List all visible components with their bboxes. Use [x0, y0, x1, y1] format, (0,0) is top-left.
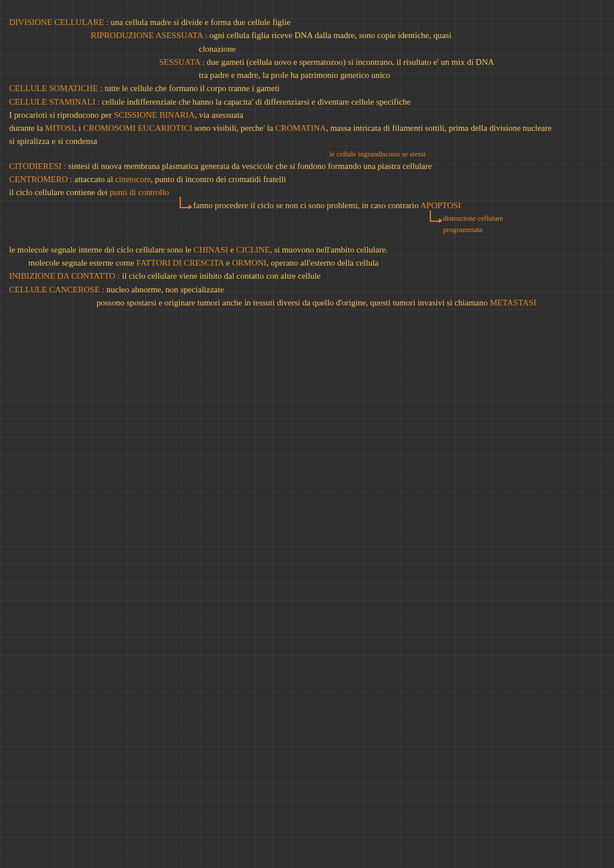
term-cinetocore: cinetocore [115, 175, 151, 184]
text: si spiralizza e si condensa [9, 137, 97, 146]
annotation: distruzione cellulare [443, 214, 503, 222]
line-9: durante la MITOSI, i CROMOSOMI EUCARIOTI… [9, 122, 607, 135]
line-7: CELLULE STAMINALI : cellule indifferenzi… [9, 96, 607, 109]
line-3: clonazione [9, 43, 607, 56]
term-fattori-di-crescita: FATTORI DI CRESCITA [136, 258, 224, 267]
text: sintesi di nuova membrana plasmatica gen… [68, 162, 432, 171]
text: durante la [9, 123, 45, 133]
line-12: CITODIERESI : sintesi di nuova membrana … [9, 160, 607, 173]
line-8: I procarioti si riproducono per SCISSION… [9, 109, 607, 122]
line-20: CELLULE CANCEROSE : nucleo abnorme, non … [9, 283, 607, 296]
line-16: distruzione cellulare [9, 213, 607, 224]
term-cromosomi-eucariotici: CROMOSOMI EUCARIOTICI [83, 123, 192, 133]
text: tra padre e madre, la prole ha patrimoni… [199, 71, 391, 80]
term-centromero: CENTROMERO : [9, 175, 72, 184]
annotation: programmata [443, 225, 482, 234]
line-2: RIPRODUZIONE ASESSUATA : ogni cellula fi… [9, 29, 607, 42]
text: una cellula madre si divide e forma due … [111, 18, 291, 27]
text: nucleo abnorme, non specializzate [106, 285, 224, 294]
line-15: fanno procedere il ciclo se non ci sono … [9, 199, 607, 212]
term-cellule-somatiche: CELLULE SOMATICHE : [9, 84, 102, 93]
text: , operano all'esterno della cellula [267, 258, 379, 267]
term-riproduzione-asessuata: RIPRODUZIONE ASESSUATA : [91, 31, 208, 40]
term-ormoni: ORMONI [232, 258, 267, 267]
text: , si muovono nell'ambito cellulare. [270, 245, 388, 254]
text: molecole segnale esterne come [28, 258, 136, 267]
term-cromatina: CROMATINA [275, 123, 326, 133]
term-metastasi: METASTASI [490, 298, 537, 307]
term-mitosi: MITOSI [45, 123, 74, 133]
line-17: le molecole segnale interne del ciclo ce… [9, 243, 607, 257]
term-divisione-cellulare: DIVISIONE CELLULARE : [9, 18, 109, 27]
line-18: molecole segnale esterne come FATTORI DI… [9, 257, 607, 270]
term-chinasi: CHINASI [193, 245, 228, 254]
arrow-icon [430, 210, 439, 222]
text: fanno procedere il ciclo se non ci sono … [193, 201, 420, 210]
term-scissione-binaria: SCISSIONE BINARIA [114, 110, 195, 119]
text: sono visibili, perche' la [192, 123, 275, 133]
text: clonazione [199, 44, 236, 53]
line-19: INIBIZIONE DA CONTATTO : il ciclo cellul… [9, 270, 607, 283]
text: il ciclo cellulare contiene dei [9, 188, 110, 197]
text: ogni cellula figlia riceve DNA dalla mad… [209, 31, 451, 40]
text: I procarioti si riproducono per [9, 110, 114, 119]
line-4: SESSUATA : due gameti (cellula uovo e sp… [9, 56, 607, 69]
text: attaccato al [74, 175, 115, 184]
text: tutte le cellule che formano il corpo tr… [105, 84, 280, 93]
term-cellule-staminali: CELLULE STAMINALI : [9, 97, 100, 106]
term-citodieresi: CITODIERESI : [9, 162, 66, 171]
text: , massa intricata di filamenti sottili, … [326, 123, 551, 133]
line-10: si spiralizza e si condensa [9, 135, 607, 148]
line-21: possono spostarsi e originare tumori anc… [9, 296, 607, 309]
line-13: CENTROMERO : attaccato al cinetocore, pu… [9, 173, 607, 186]
handwritten-notes: DIVISIONE CELLULARE : una cellula madre … [0, 0, 614, 316]
text: le molecole segnale interne del ciclo ce… [9, 245, 193, 254]
text: , i [74, 123, 83, 133]
line-16b: programmata [9, 224, 607, 235]
text: , punto di incontro dei cromatidi fratel… [151, 175, 286, 184]
term-cellule-cancerose: CELLULE CANCEROSE : [9, 285, 105, 294]
term-apoptosi: APOPTOSI [420, 201, 460, 210]
text: cellule indifferenziate che hanno la cap… [102, 97, 410, 106]
line-5: tra padre e madre, la prole ha patrimoni… [9, 69, 607, 82]
line-11: le cellule ingrandiscono se stessi [9, 148, 607, 160]
text: possono spostarsi e originare tumori anc… [97, 298, 490, 307]
term-punti-di-controllo: punti di controllo [110, 188, 169, 197]
text: due gameti (cellula uovo e spermatozoo) … [207, 57, 495, 67]
line-1: DIVISIONE CELLULARE : una cellula madre … [9, 16, 607, 29]
term-cicline: CICLINE [236, 245, 269, 254]
term-sessuata: SESSUATA : [159, 57, 205, 67]
arrow-icon [180, 197, 189, 208]
text: il ciclo cellulare viene inibito dal con… [122, 271, 321, 280]
text: e [224, 258, 232, 267]
text: e [228, 245, 236, 254]
annotation: le cellule ingrandiscono se stessi [329, 150, 426, 158]
line-14: il ciclo cellulare contiene dei punti di… [9, 186, 607, 199]
line-6: CELLULE SOMATICHE : tutte le cellule che… [9, 82, 607, 95]
text: , via asessuata [195, 110, 243, 119]
term-inibizione-da-contatto: INIBIZIONE DA CONTATTO : [9, 271, 120, 280]
